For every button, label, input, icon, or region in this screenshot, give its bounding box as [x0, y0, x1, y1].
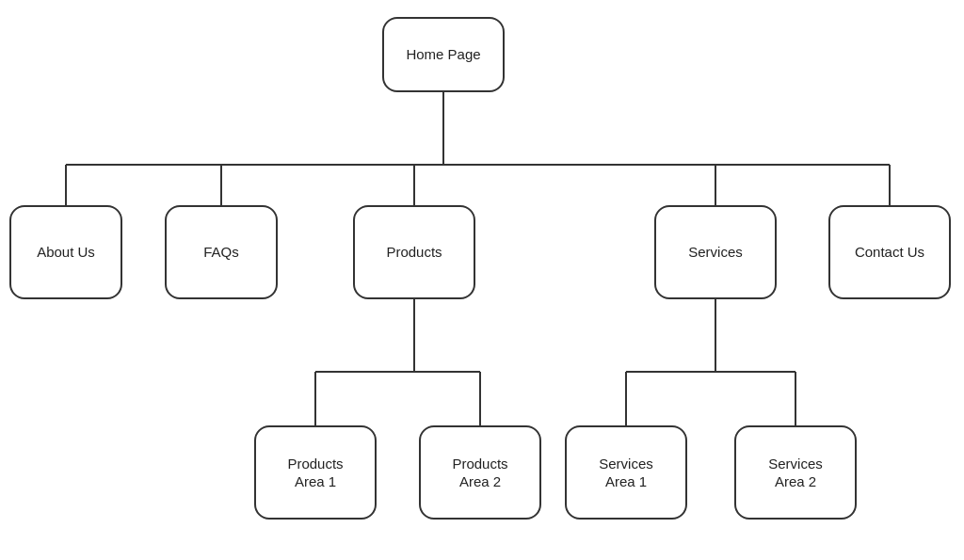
node-about-us[interactable]: About Us	[9, 205, 122, 299]
node-services-area1[interactable]: Services Area 1	[565, 425, 687, 520]
node-services[interactable]: Services	[654, 205, 777, 299]
node-home-page[interactable]: Home Page	[382, 17, 505, 92]
node-services-area2[interactable]: Services Area 2	[734, 425, 857, 520]
tree-container: Home Page About Us FAQs Products Service…	[0, 0, 964, 560]
node-products-area1[interactable]: Products Area 1	[254, 425, 377, 520]
node-faqs[interactable]: FAQs	[165, 205, 278, 299]
node-contact-us[interactable]: Contact Us	[828, 205, 951, 299]
node-products[interactable]: Products	[353, 205, 475, 299]
node-products-area2[interactable]: Products Area 2	[419, 425, 541, 520]
